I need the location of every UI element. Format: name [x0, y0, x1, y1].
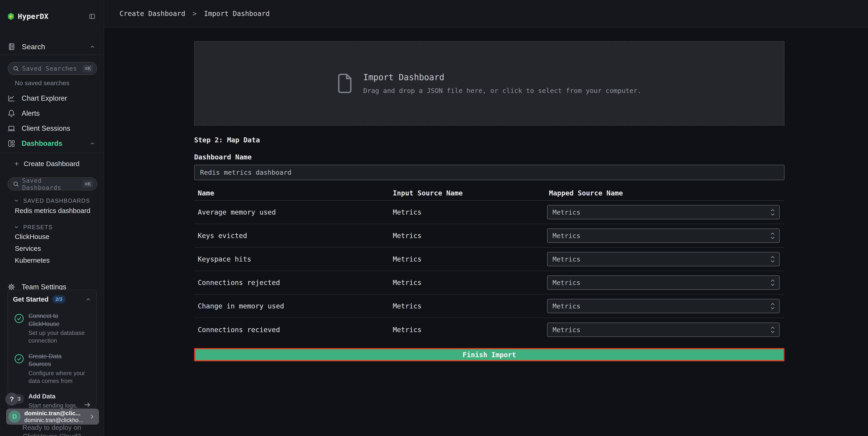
mapped-source-select[interactable]: Metrics [547, 275, 780, 290]
bell-icon [7, 110, 15, 117]
step-title: Step 2: Map Data [194, 136, 784, 144]
get-started-header[interactable]: Get Started 2/3 [13, 294, 91, 304]
select-chevrons-icon [770, 232, 775, 240]
create-dashboard-button[interactable]: Create Dashboard [0, 157, 103, 171]
avatar: D [8, 410, 21, 423]
mapped-source-select[interactable]: Metrics [547, 229, 780, 243]
cloud-teaser: Ready to deploy on ClickHouse Cloud? [0, 423, 103, 436]
topbar: Create Dashboard > Import Dashboard [104, 0, 868, 27]
chart-name: Change in memory used [194, 302, 389, 310]
saved-dashboards-input[interactable]: Saved Dashboards ⌘K [8, 177, 97, 191]
arrow-right-icon [84, 401, 91, 409]
table-row: Keyspace hits Metrics Metrics [194, 248, 784, 271]
sidebar-item-dashboards[interactable]: Dashboards [0, 136, 103, 151]
sidebar-item-chart-explorer[interactable]: Chart Explorer [0, 91, 103, 106]
saved-dashboards-placeholder: Saved Dashboards [22, 177, 83, 191]
user-menu[interactable]: D dominic.tran@clic... dominic.tran@clic… [6, 409, 99, 425]
select-chevrons-icon [770, 326, 775, 334]
input-source: Metrics [389, 279, 545, 287]
chevron-down-icon [14, 198, 19, 203]
plus-icon [14, 161, 20, 167]
check-circle-icon [13, 354, 25, 385]
column-header-mapped-source: Mapped Source Name [545, 189, 784, 197]
column-header-name: Name [194, 189, 389, 197]
dashboards-icon [7, 140, 15, 147]
select-chevrons-icon [770, 279, 775, 287]
chevron-up-icon [85, 296, 91, 302]
select-chevrons-icon [770, 255, 775, 263]
sidebar-section-search[interactable]: Search [8, 40, 95, 53]
presets-list: ClickHouse Services Kubernetes [0, 231, 103, 266]
chevron-up-icon [89, 44, 95, 50]
mapped-source-select[interactable]: Metrics [547, 323, 780, 337]
dashboard-name-label: Dashboard Name [194, 153, 784, 161]
sidebar-item-client-sessions[interactable]: Client Sessions [0, 121, 103, 136]
dropzone-title: Import Dashboard [363, 72, 641, 82]
input-source: Metrics [389, 255, 545, 263]
preset-item-services[interactable]: Services [0, 243, 103, 254]
no-saved-searches-text: No saved searches [15, 80, 103, 87]
table-header: Name Input Source Name Mapped Source Nam… [194, 186, 784, 201]
preset-item-clickhouse[interactable]: ClickHouse [0, 231, 103, 242]
mapped-source-select[interactable]: Metrics [547, 205, 780, 220]
input-source: Metrics [389, 208, 545, 216]
sidebar-collapse-icon[interactable] [89, 13, 95, 20]
search-icon [13, 181, 19, 187]
breadcrumb-create-dashboard[interactable]: Create Dashboard [120, 9, 185, 18]
chart-name: Keyspace hits [194, 255, 389, 263]
divider [0, 55, 103, 55]
sidebar: ⚡ HyperDX Search Saved Searches ⌘K No sa… [0, 0, 104, 436]
chevron-right-icon [89, 413, 95, 420]
table-row: Connections rejected Metrics Metrics [194, 271, 784, 294]
chart-name: Connections rejected [194, 279, 389, 287]
mapped-source-select[interactable]: Metrics [547, 299, 780, 313]
user-email: dominic.tran@clickho... [24, 417, 89, 424]
chart-name: Connections recieved [194, 326, 389, 334]
laptop-icon [7, 125, 15, 132]
select-chevrons-icon [770, 302, 775, 310]
presets-header[interactable]: PRESETS [14, 223, 103, 231]
shortcut-badge: ⌘K [83, 180, 93, 188]
input-source: Metrics [389, 326, 545, 334]
import-panel: Import Dashboard Drag and drop a JSON fi… [194, 41, 784, 361]
mapping-table: Name Input Source Name Mapped Source Nam… [194, 186, 784, 342]
select-chevrons-icon [770, 208, 775, 216]
table-row: Change in memory used Metrics Metrics [194, 294, 784, 318]
shortcut-badge: ⌘K [83, 65, 93, 72]
hyperdx-logo-icon: ⚡ [8, 13, 14, 20]
search-section-icon [8, 43, 16, 51]
saved-dashboard-item[interactable]: Redis metrics dashboard [0, 205, 103, 217]
dashboard-name-input[interactable] [194, 165, 784, 180]
logo-row: ⚡ HyperDX [8, 10, 95, 23]
file-dropzone[interactable]: Import Dashboard Drag and drop a JSON fi… [194, 41, 784, 125]
input-source: Metrics [389, 232, 545, 240]
user-name: dominic.tran@clic... [24, 410, 89, 417]
get-started-step-sources[interactable]: Create Data Sources Configure where your… [13, 352, 91, 385]
main-area: Create Dashboard > Import Dashboard Impo… [104, 0, 868, 436]
search-icon [13, 65, 19, 71]
dropzone-subtitle: Drag and drop a JSON file here, or click… [363, 87, 641, 94]
sidebar-item-alerts[interactable]: Alerts [0, 106, 103, 121]
chevron-up-icon [89, 141, 95, 146]
breadcrumb-import-dashboard[interactable]: Import Dashboard [204, 9, 270, 18]
saved-dashboards-header[interactable]: SAVED DASHBOARDS [14, 197, 103, 205]
help-button[interactable]: ? [5, 393, 18, 405]
table-row: Keys evicted Metrics Metrics [194, 224, 784, 248]
chevron-down-icon [14, 224, 19, 230]
mapped-source-select[interactable]: Metrics [547, 252, 780, 266]
get-started-card: Get Started 2/3 Connect to ClickHouse Se… [7, 290, 97, 408]
column-header-input-source: Input Source Name [389, 189, 545, 197]
get-started-title: Get Started [13, 296, 49, 303]
table-row: Average memory used Metrics Metrics [194, 201, 784, 224]
chart-name: Average memory used [194, 208, 389, 216]
app-title: HyperDX [18, 12, 89, 21]
get-started-step-connect[interactable]: Connect to ClickHouse Set up your databa… [13, 312, 91, 345]
saved-searches-input[interactable]: Saved Searches ⌘K [8, 62, 97, 75]
search-section-label: Search [22, 42, 89, 51]
input-source: Metrics [389, 302, 545, 310]
divider [0, 153, 103, 153]
finish-import-button[interactable]: Finish Import [194, 348, 784, 361]
breadcrumb-separator: > [192, 9, 197, 18]
preset-item-kubernetes[interactable]: Kubernetes [0, 255, 103, 266]
check-circle-icon [13, 314, 25, 345]
